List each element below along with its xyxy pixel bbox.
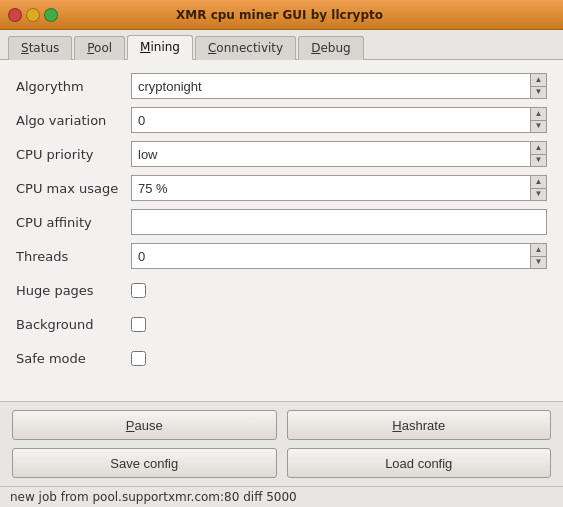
algo-variation-row: Algo variation ▲ ▼ bbox=[16, 106, 547, 134]
tab-debug[interactable]: Debug bbox=[298, 36, 363, 60]
cpu-max-usage-down-button[interactable]: ▼ bbox=[531, 189, 546, 201]
status-text: new job from pool.supportxmr.com:80 diff… bbox=[10, 490, 297, 504]
background-control bbox=[131, 317, 547, 332]
window-title: XMR cpu miner GUI by llcrypto bbox=[4, 8, 555, 22]
algorythm-spinbox[interactable]: ▲ ▼ bbox=[131, 73, 547, 99]
algorythm-spinbox-buttons: ▲ ▼ bbox=[530, 74, 546, 98]
safe-mode-checkbox[interactable] bbox=[131, 351, 146, 366]
algorythm-up-button[interactable]: ▲ bbox=[531, 74, 546, 87]
algo-variation-label: Algo variation bbox=[16, 113, 131, 128]
cpu-affinity-control bbox=[131, 209, 547, 235]
algo-variation-control: ▲ ▼ bbox=[131, 107, 547, 133]
title-bar: XMR cpu miner GUI by llcrypto bbox=[0, 0, 563, 30]
tab-bar: Status Pool Mining Connectivity Debug bbox=[0, 30, 563, 60]
load-config-label: Load config bbox=[385, 456, 452, 471]
cpu-max-usage-up-button[interactable]: ▲ bbox=[531, 176, 546, 189]
tab-mining-label: Mining bbox=[140, 40, 180, 54]
threads-row: Threads ▲ ▼ bbox=[16, 242, 547, 270]
threads-up-button[interactable]: ▲ bbox=[531, 244, 546, 257]
cpu-max-usage-control: ▲ ▼ bbox=[131, 175, 547, 201]
algorythm-down-button[interactable]: ▼ bbox=[531, 87, 546, 99]
hashrate-button[interactable]: Hashrate bbox=[287, 410, 552, 440]
cpu-affinity-label: CPU affinity bbox=[16, 215, 131, 230]
cpu-max-usage-spinbox[interactable]: ▲ ▼ bbox=[131, 175, 547, 201]
algo-variation-down-button[interactable]: ▼ bbox=[531, 121, 546, 133]
background-label: Background bbox=[16, 317, 131, 332]
safe-mode-label: Safe mode bbox=[16, 351, 131, 366]
load-config-button[interactable]: Load config bbox=[287, 448, 552, 478]
tab-status[interactable]: Status bbox=[8, 36, 72, 60]
threads-label: Threads bbox=[16, 249, 131, 264]
cpu-affinity-input[interactable] bbox=[131, 209, 547, 235]
cpu-max-usage-spinbox-buttons: ▲ ▼ bbox=[530, 176, 546, 200]
primary-button-row: Pause Hashrate bbox=[0, 401, 563, 448]
cpu-priority-control: ▲ ▼ bbox=[131, 141, 547, 167]
cpu-max-usage-label: CPU max usage bbox=[16, 181, 131, 196]
cpu-priority-spinbox[interactable]: ▲ ▼ bbox=[131, 141, 547, 167]
safe-mode-control bbox=[131, 351, 547, 366]
algorythm-label: Algorythm bbox=[16, 79, 131, 94]
huge-pages-control bbox=[131, 283, 547, 298]
huge-pages-label: Huge pages bbox=[16, 283, 131, 298]
algo-variation-spinbox[interactable]: ▲ ▼ bbox=[131, 107, 547, 133]
cpu-max-usage-row: CPU max usage ▲ ▼ bbox=[16, 174, 547, 202]
threads-spinbox-buttons: ▲ ▼ bbox=[530, 244, 546, 268]
huge-pages-row: Huge pages bbox=[16, 276, 547, 304]
save-config-button[interactable]: Save config bbox=[12, 448, 277, 478]
cpu-priority-label: CPU priority bbox=[16, 147, 131, 162]
main-content: Algorythm ▲ ▼ Algo variation ▲ ▼ bbox=[0, 60, 563, 401]
tab-status-label: Status bbox=[21, 41, 59, 55]
safe-mode-row: Safe mode bbox=[16, 344, 547, 372]
algo-variation-input[interactable] bbox=[132, 108, 530, 132]
algorythm-row: Algorythm ▲ ▼ bbox=[16, 72, 547, 100]
hashrate-button-label: Hashrate bbox=[392, 418, 445, 433]
cpu-affinity-row: CPU affinity bbox=[16, 208, 547, 236]
cpu-max-usage-input[interactable] bbox=[132, 176, 530, 200]
tab-connectivity[interactable]: Connectivity bbox=[195, 36, 296, 60]
cpu-priority-input[interactable] bbox=[132, 142, 530, 166]
algorythm-input[interactable] bbox=[132, 74, 530, 98]
status-bar: new job from pool.supportxmr.com:80 diff… bbox=[0, 486, 563, 507]
tab-pool[interactable]: Pool bbox=[74, 36, 125, 60]
cpu-priority-row: CPU priority ▲ ▼ bbox=[16, 140, 547, 168]
huge-pages-checkbox[interactable] bbox=[131, 283, 146, 298]
cpu-priority-spinbox-buttons: ▲ ▼ bbox=[530, 142, 546, 166]
tab-connectivity-label: Connectivity bbox=[208, 41, 283, 55]
threads-input[interactable] bbox=[132, 244, 530, 268]
threads-down-button[interactable]: ▼ bbox=[531, 257, 546, 269]
pause-button-label: Pause bbox=[126, 418, 163, 433]
threads-spinbox[interactable]: ▲ ▼ bbox=[131, 243, 547, 269]
threads-control: ▲ ▼ bbox=[131, 243, 547, 269]
background-checkbox[interactable] bbox=[131, 317, 146, 332]
algorythm-control: ▲ ▼ bbox=[131, 73, 547, 99]
save-config-label: Save config bbox=[110, 456, 178, 471]
tab-mining[interactable]: Mining bbox=[127, 35, 193, 60]
background-row: Background bbox=[16, 310, 547, 338]
tab-pool-label: Pool bbox=[87, 41, 112, 55]
algo-variation-spinbox-buttons: ▲ ▼ bbox=[530, 108, 546, 132]
algo-variation-up-button[interactable]: ▲ bbox=[531, 108, 546, 121]
secondary-button-row: Save config Load config bbox=[0, 448, 563, 486]
tab-debug-label: Debug bbox=[311, 41, 350, 55]
cpu-priority-down-button[interactable]: ▼ bbox=[531, 155, 546, 167]
pause-button[interactable]: Pause bbox=[12, 410, 277, 440]
cpu-priority-up-button[interactable]: ▲ bbox=[531, 142, 546, 155]
